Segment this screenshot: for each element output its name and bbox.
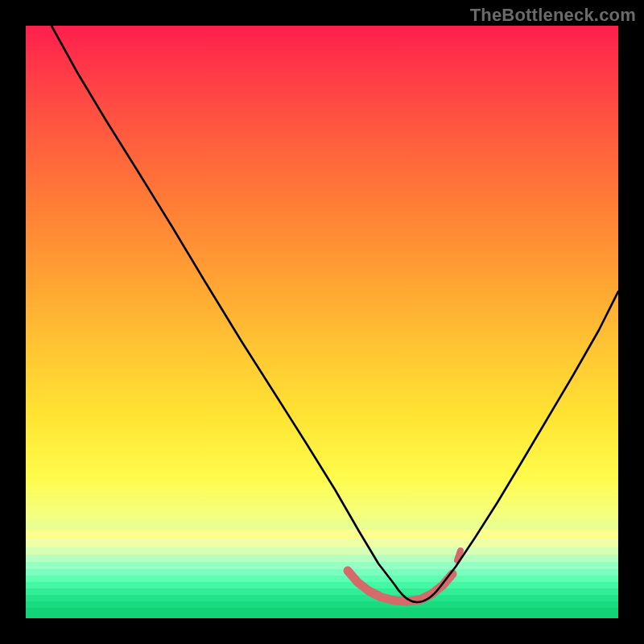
- curve-layer: [26, 26, 618, 618]
- chart-frame: TheBottleneck.com: [0, 0, 644, 644]
- bottleneck-curve: [52, 26, 618, 602]
- plot-area: [26, 26, 618, 618]
- highlight-segment: [348, 571, 452, 601]
- watermark-text: TheBottleneck.com: [470, 5, 636, 26]
